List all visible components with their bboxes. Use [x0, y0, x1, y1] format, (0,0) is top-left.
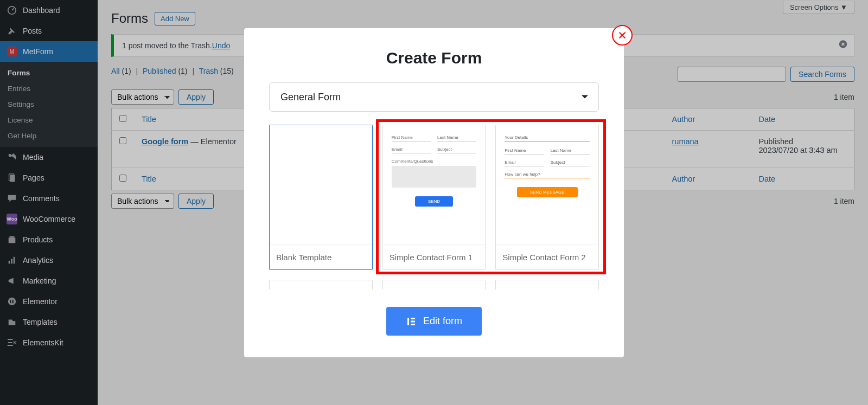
preview-send-button: SEND MESSAGE — [517, 187, 578, 197]
template-preview-1: First Name Last Name Email Subject Comme… — [383, 125, 486, 245]
template-next-row — [269, 280, 599, 290]
form-type-select[interactable]: General Form — [269, 82, 599, 112]
svg-rect-18 — [411, 324, 415, 325]
close-icon — [618, 31, 627, 40]
template-title: Simple Contact Form 1 — [383, 245, 486, 269]
svg-rect-15 — [407, 318, 409, 325]
template-title: Simple Contact Form 2 — [496, 245, 598, 269]
template-preview-blank — [270, 125, 372, 245]
edit-form-button[interactable]: Edit form — [386, 307, 482, 336]
template-title: Blank Template — [270, 245, 372, 269]
elementor-icon — [406, 316, 417, 327]
template-simple-1[interactable]: First Name Last Name Email Subject Comme… — [382, 125, 486, 270]
edit-form-label: Edit form — [423, 316, 462, 327]
template-blank[interactable]: Blank Template — [269, 125, 373, 270]
close-button[interactable] — [612, 25, 633, 46]
svg-rect-17 — [411, 320, 415, 322]
modal-title: Create Form — [269, 49, 599, 67]
template-card-peek[interactable] — [382, 280, 486, 290]
preview-send-button: SEND — [415, 196, 453, 207]
template-grid: Blank Template First Name Last Name Emai… — [269, 125, 599, 270]
create-form-modal: Create Form General Form Blank Template … — [244, 28, 624, 357]
template-card-peek[interactable] — [495, 280, 599, 290]
template-simple-2[interactable]: Your Details First Name Last Name Email … — [495, 125, 599, 270]
template-card-peek[interactable] — [269, 280, 373, 290]
template-preview-2: Your Details First Name Last Name Email … — [496, 125, 598, 245]
svg-rect-16 — [411, 318, 415, 319]
